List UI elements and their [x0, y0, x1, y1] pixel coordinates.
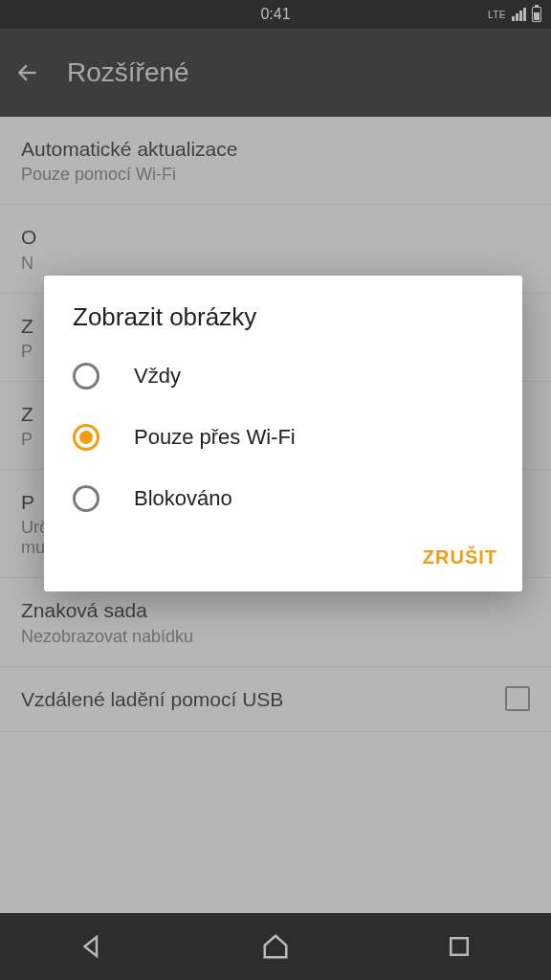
radio-label: Blokováno	[134, 486, 232, 511]
dialog-title: Zobrazit obrázky	[44, 302, 522, 345]
radio-label: Pouze přes Wi-Fi	[134, 425, 296, 450]
dialog-show-images: Zobrazit obrázky Vždy Pouze přes Wi-Fi B…	[44, 276, 522, 591]
radio-option-always[interactable]: Vždy	[44, 345, 522, 407]
radio-icon	[73, 485, 99, 512]
cancel-button[interactable]: ZRUŠIT	[423, 546, 497, 568]
dialog-actions: ZRUŠIT	[44, 529, 522, 578]
radio-option-blocked[interactable]: Blokováno	[44, 468, 522, 529]
radio-option-wifi[interactable]: Pouze přes Wi-Fi	[44, 407, 522, 468]
radio-icon	[73, 424, 99, 451]
radio-label: Vždy	[134, 364, 181, 389]
radio-icon	[73, 363, 99, 390]
